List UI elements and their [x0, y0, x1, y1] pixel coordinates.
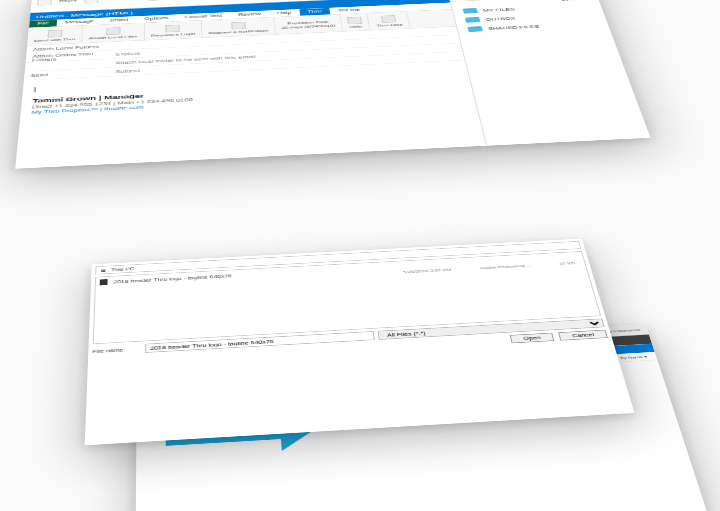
help-icon: [347, 16, 362, 24]
categorize-icon[interactable]: [85, 0, 99, 3]
policy-icon[interactable]: [148, 0, 161, 1]
compose-window: Reply Categorize Policy Follow Up New Gr…: [15, 0, 650, 169]
attach-local-button[interactable]: Attach Local Files: [82, 23, 144, 43]
attach-icon: [106, 27, 121, 35]
bell-icon: [231, 21, 246, 29]
open-button[interactable]: Open: [510, 333, 555, 344]
thru-side-panel: Thru Side Panel✕ Thru. ⚙ Sent Items T.Br…: [443, 0, 651, 146]
help-icon: [380, 15, 395, 23]
file-open-dialog: 🖥 This PC 2018 header Thru logo - taglin…: [85, 239, 635, 446]
request-notification-button[interactable]: Request a Notification: [202, 17, 276, 37]
thru-icon: [48, 30, 63, 38]
login-icon: [166, 24, 180, 32]
send-with-thru-button[interactable]: Send with Thru: [27, 26, 83, 46]
pc-icon: 🖥: [100, 268, 107, 272]
help-button[interactable]: Help: [341, 13, 371, 31]
file-icon: [100, 279, 108, 285]
request-login-button[interactable]: Request a Login: [145, 21, 203, 41]
reply-icon[interactable]: [37, 0, 51, 6]
expiration-group[interactable]: Expiration Date30 days (5/24/2019): [274, 15, 343, 35]
cancel-button[interactable]: Cancel: [558, 330, 608, 341]
thru-help-button[interactable]: Thru Help: [368, 12, 411, 30]
filename-label: File name:: [92, 346, 141, 353]
